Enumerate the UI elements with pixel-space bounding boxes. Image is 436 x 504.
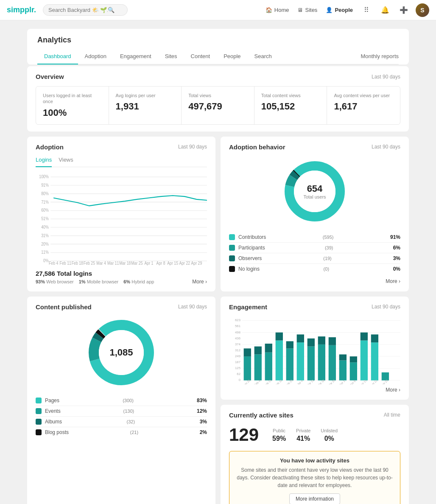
overview-label-4: Avg content views per user [334,92,393,98]
engagement-title: Engagement [229,303,267,311]
svg-text:51%: 51% [41,216,49,221]
legend-left-3: No logins [229,266,260,272]
svg-rect-80 [339,360,347,380]
legend-left-blogposts: Blog posts [36,429,69,435]
svg-text:20%: 20% [41,241,49,246]
adoption-behavior-card: Adoption behavior Last 90 days 654 [221,137,409,291]
legend-left-2: Observers [229,255,262,261]
adoption-more-link[interactable]: More › [192,279,207,285]
svg-rect-83 [350,356,357,362]
legend-left-albums: Albums [36,419,62,425]
legend-pct-3: 0% [393,266,400,272]
search-input[interactable] [48,7,108,13]
adoption-card: Adoption Last 90 days Logins Views [27,137,215,291]
svg-text:Apr 15: Apr 15 [167,260,178,265]
svg-text:Apr 29: Apr 29 [191,260,202,265]
legend-left-0: Contributors [229,234,266,240]
adoption-card-header: Adoption Last 90 days [36,143,207,151]
main-content: Analytics Dashboard Adoption Engagement … [27,20,409,504]
adoption-total-label: Total users [303,194,326,199]
avatar[interactable]: S [416,3,429,17]
engagement-card: Engagement Last 90 days 623 561 498 436 … [221,297,409,400]
svg-text:0: 0 [239,378,240,382]
bell-icon-button[interactable]: 🔔 [378,3,392,17]
engagement-timeframe: Last 90 days [372,304,400,310]
svg-text:Feb 18: Feb 18 [72,260,84,265]
legend-count-blogposts: (21) [130,430,139,435]
overview-value-0: 100% [43,107,102,118]
site-value-private: 41% [296,435,310,442]
svg-text:Apr 8: Apr 8 [157,260,165,265]
tab-adoption[interactable]: Adoption [78,50,113,64]
legend-label-0: Contributors [238,234,266,240]
svg-rect-79 [329,337,336,345]
legend-left-pages: Pages [36,398,59,403]
svg-text:40%: 40% [41,224,49,230]
svg-text:Apr 22: Apr 22 [179,260,190,265]
svg-rect-69 [276,332,283,340]
svg-rect-74 [307,346,315,380]
people-icon: 👤 [326,7,333,13]
svg-text:0%: 0% [43,258,49,263]
tab-search[interactable]: Search [248,50,279,64]
svg-text:100%: 100% [39,174,49,179]
svg-rect-64 [254,354,262,380]
overview-value-4: 1,617 [334,101,393,112]
content-timeframe: Last 90 days [178,304,207,310]
legend-pct-blogposts: 2% [200,429,207,435]
adoption-tabs: Logins Views [36,157,207,167]
svg-rect-71 [286,341,293,348]
svg-text:91%: 91% [41,182,49,188]
tab-dashboard[interactable]: Dashboard [37,50,78,64]
adoption-donut: 654 Total users [281,157,349,225]
nav-sites[interactable]: 🖥 Sites [297,7,317,13]
svg-rect-76 [318,344,325,380]
breakdown-hybrid: 6% Hybrid app [123,279,154,284]
nav-home[interactable]: 🏠 Home [266,7,289,13]
nav-people[interactable]: 👤 People [326,7,353,13]
legend-count-2: (19) [323,256,332,261]
legend-label-pages: Pages [45,398,59,403]
svg-rect-70 [286,348,293,380]
svg-text:187: 187 [235,360,240,364]
content-donut: 1,085 [85,316,157,389]
svg-rect-84 [361,340,368,380]
monthly-reports-link[interactable]: Monthly reports [361,50,399,64]
overview-label-0: Users logged in at least once [43,92,102,105]
legend-dot-1 [229,245,235,251]
adoption-behavior-title: Adoption behavior [229,143,285,151]
adoption-behavior-header: Adoption behavior Last 90 days [229,143,400,151]
tab-sites[interactable]: Sites [158,50,184,64]
tab-content[interactable]: Content [184,50,217,64]
search-bar[interactable]: 🔍 [43,4,128,16]
behavior-more-link[interactable]: More › [229,278,400,284]
svg-text:Mar 4: Mar 4 [96,260,106,265]
legend-count-events: (130) [123,409,134,414]
analytics-header: Analytics Dashboard Adoption Engagement … [27,29,409,64]
tab-engagement[interactable]: Engagement [113,50,158,64]
svg-rect-85 [361,332,368,340]
plus-icon-button[interactable]: ➕ [397,3,411,17]
site-label-unlisted: Unlisted [321,428,338,433]
grid-icon-button[interactable]: ⠿ [360,3,373,17]
low-activity-alert: You have low activity sites Some sites a… [229,451,400,504]
svg-text:Apr 1: Apr 1 [145,260,154,265]
engagement-more-link[interactable]: More › [229,387,400,393]
adoption-tab-logins[interactable]: Logins [36,157,52,167]
svg-text:62: 62 [237,372,240,376]
adoption-tab-views[interactable]: Views [59,157,73,167]
svg-rect-77 [318,336,325,344]
sites-icon: 🖥 [297,7,303,13]
tab-people[interactable]: People [217,50,247,64]
svg-text:Mar 11: Mar 11 [107,260,119,265]
adoption-card-title: Adoption [36,143,64,151]
sites-stats: 129 Public 59% Private 41% Unlisted 0% [229,425,400,445]
more-info-button[interactable]: More information [289,493,340,504]
content-title: Content published [36,303,92,311]
top-nav: simpplr. 🔍 🏠 Home 🖥 Sites 👤 People ⠿ 🔔 ➕ [0,0,436,20]
content-published-card: Content published Last 90 days 1,085 [27,297,215,504]
overview-title: Overview [36,73,64,80]
svg-text:80%: 80% [41,191,49,196]
adoption-donut-center: 654 Total users [303,183,326,199]
adoption-breakdown: 93% Web browser 1% Mobile browser 6% Hyb… [36,279,207,285]
